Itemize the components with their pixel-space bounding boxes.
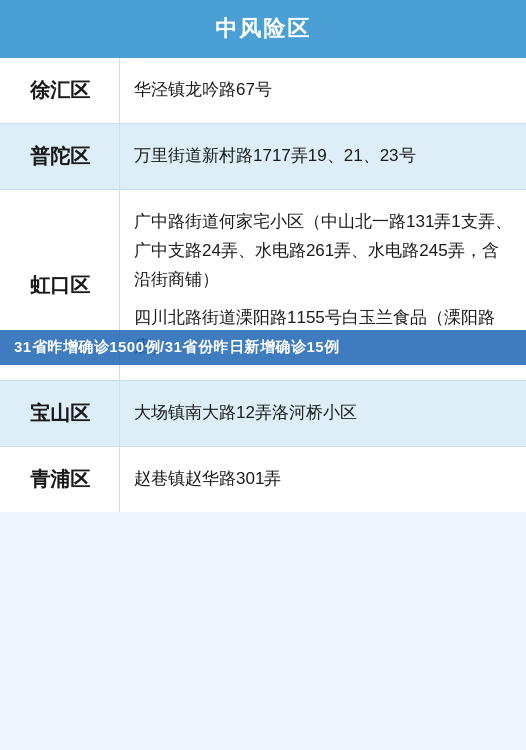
location-baoshan: 大场镇南大路12弄洛河桥小区: [120, 381, 526, 446]
district-qingpu: 青浦区: [0, 447, 120, 512]
location-putuo: 万里街道新村路1717弄19、21、23号: [120, 124, 526, 189]
page-container: 中风险区 徐汇区 华泾镇龙吟路67号 普陀区 万里街道新村路1717弄19、21…: [0, 0, 526, 750]
overlay-banner: 31省昨增确诊1500例/31省份昨日新增确诊15例: [0, 330, 526, 365]
table-row: 徐汇区 华泾镇龙吟路67号: [0, 58, 526, 124]
district-baoshan: 宝山区: [0, 381, 120, 446]
table-row: 普陀区 万里街道新村路1717弄19、21、23号: [0, 124, 526, 190]
page-title: 中风险区: [20, 14, 506, 44]
location-qingpu: 赵巷镇赵华路301弄: [120, 447, 526, 512]
page-header: 中风险区: [0, 0, 526, 58]
table-row: 青浦区 赵巷镇赵华路301弄: [0, 447, 526, 512]
table-row: 宝山区 大场镇南大路12弄洛河桥小区: [0, 381, 526, 447]
district-putuo: 普陀区: [0, 124, 120, 189]
district-xuhui: 徐汇区: [0, 58, 120, 123]
risk-table: 徐汇区 华泾镇龙吟路67号 普陀区 万里街道新村路1717弄19、21、23号 …: [0, 58, 526, 512]
location-xuhui: 华泾镇龙吟路67号: [120, 58, 526, 123]
